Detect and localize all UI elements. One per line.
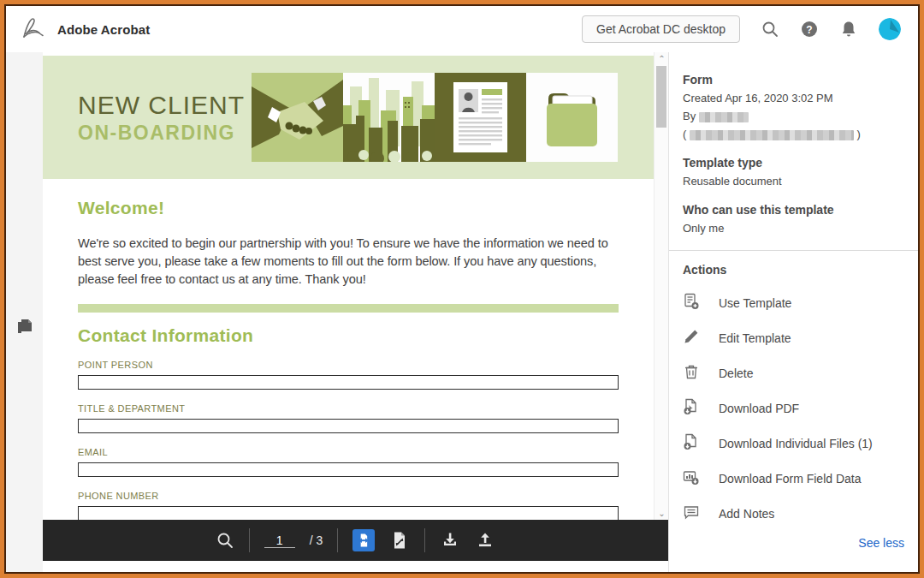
city-skyline-illustration [343,73,435,162]
scrollbar-thumb[interactable] [656,66,666,128]
paren-close: ) [857,128,861,140]
download-pdf-icon [683,398,700,419]
toolbar-divider [424,528,425,552]
by-label: By [683,110,696,122]
notifications-bell-icon[interactable] [839,20,858,39]
banner-illustrations [252,73,618,162]
creator-email-line: ( ) [683,128,904,140]
banner-title: NEW CLIENT ON-BOARDING [43,91,245,145]
action-label: Download PDF [719,402,799,415]
action-label: Add Notes [719,507,774,521]
template-type-label: Template type [683,156,904,170]
svg-text:?: ? [806,24,812,36]
fit-width-icon[interactable] [352,529,375,551]
action-delete[interactable]: Delete [683,355,904,390]
who-can-use-value: Only me [683,222,904,235]
page-number-input[interactable] [264,533,295,548]
download-file-icon [683,433,700,454]
banner-title-line1: NEW CLIENT [78,91,245,120]
screenshot-frame: Adobe Acrobat Get Acrobat DC desktop ? [0,0,924,578]
action-use-template[interactable]: Use Template [683,285,904,320]
left-rail [6,52,43,572]
action-add-notes[interactable]: Add Notes [683,496,904,531]
field-label-point-person: POINT PERSON [78,360,619,370]
section-divider-bar [78,304,619,313]
form-heading: Form [683,73,904,86]
page-thumbnails-icon[interactable] [15,80,34,572]
page-count-label: / 3 [310,533,323,547]
toolbar-divider [249,528,250,552]
add-notes-icon [683,504,700,524]
form-field-data-icon [683,468,700,489]
fit-page-icon[interactable] [389,530,410,551]
scroll-up-icon[interactable]: ⌃ [654,54,668,63]
action-label: Download Individual Files (1) [719,437,873,450]
document-page: NEW CLIENT ON-BOARDING [43,52,668,520]
contact-information-heading: Contact Information [78,325,619,346]
document-banner: NEW CLIENT ON-BOARDING [43,56,654,179]
field-label-phone-number: PHONE NUMBER [78,491,619,501]
field-label-email: EMAIL [78,447,619,457]
handshake-illustration [252,73,343,162]
welcome-heading: Welcome! [78,198,619,218]
pencil-icon [683,328,700,349]
toolbar-divider [337,528,338,552]
action-label: Edit Template [719,331,791,345]
use-template-icon [683,293,700,313]
resume-document-illustration [435,73,526,162]
top-bar-actions: Get Acrobat DC desktop ? [582,15,901,43]
app-window: Adobe Acrobat Get Acrobat DC desktop ? [4,4,920,574]
redacted-email [690,130,854,140]
action-label: Download Form Field Data [719,472,862,486]
template-type-value: Reusable document [683,175,904,188]
viewer-footer-gap [43,561,668,572]
user-avatar[interactable] [879,18,901,40]
action-label: Use Template [719,296,791,310]
adobe-acrobat-logo-icon [20,15,45,44]
document-viewer: NEW CLIENT ON-BOARDING [43,52,668,572]
search-icon[interactable] [761,20,779,39]
email-field[interactable] [78,462,619,477]
actions-heading: Actions [683,263,904,277]
viewer-toolbar: / 3 [43,520,668,561]
main-content: NEW CLIENT ON-BOARDING [6,52,918,572]
get-acrobat-desktop-button[interactable]: Get Acrobat DC desktop [582,15,740,43]
action-edit-template[interactable]: Edit Template [683,320,904,355]
action-download-form-field-data[interactable]: Download Form Field Data [683,461,904,496]
scroll-down-icon[interactable]: ⌄ [654,509,668,518]
created-date: Created Apr 16, 2020 3:02 PM [683,92,904,104]
share-upload-icon[interactable] [475,530,495,551]
field-label-title-department: TITLE & DEPARTMENT [78,403,619,414]
banner-title-line2: ON-BOARDING [78,122,245,145]
action-label: Delete [719,366,753,380]
help-icon[interactable]: ? [800,20,819,39]
document-scrollbar[interactable]: ⌃ ⌄ [654,52,668,520]
who-can-use-label: Who can use this template [683,203,904,217]
find-in-document-icon[interactable] [216,531,234,550]
details-panel: Form Created Apr 16, 2020 3:02 PM By ( )… [668,52,918,572]
brand: Adobe Acrobat [20,15,150,44]
form-page-body: Welcome! We're so excited to begin our p… [43,179,654,520]
top-bar: Adobe Acrobat Get Acrobat DC desktop ? [6,6,918,52]
redacted-name [699,112,749,122]
phone-number-field[interactable] [78,506,619,520]
action-download-pdf[interactable]: Download PDF [683,390,904,426]
panel-divider [669,250,918,251]
folder-illustration [526,73,618,162]
trash-icon [683,363,700,384]
paren-open: ( [683,128,686,140]
download-icon[interactable] [440,530,460,551]
created-by-line: By [683,110,904,122]
action-download-individual-files[interactable]: Download Individual Files (1) [683,426,904,461]
app-title: Adobe Acrobat [57,22,150,37]
welcome-paragraph: We're so excited to begin our partnershi… [78,235,619,289]
see-less-link[interactable]: See less [683,536,904,550]
point-person-field[interactable] [78,375,619,390]
title-department-field[interactable] [78,419,619,433]
